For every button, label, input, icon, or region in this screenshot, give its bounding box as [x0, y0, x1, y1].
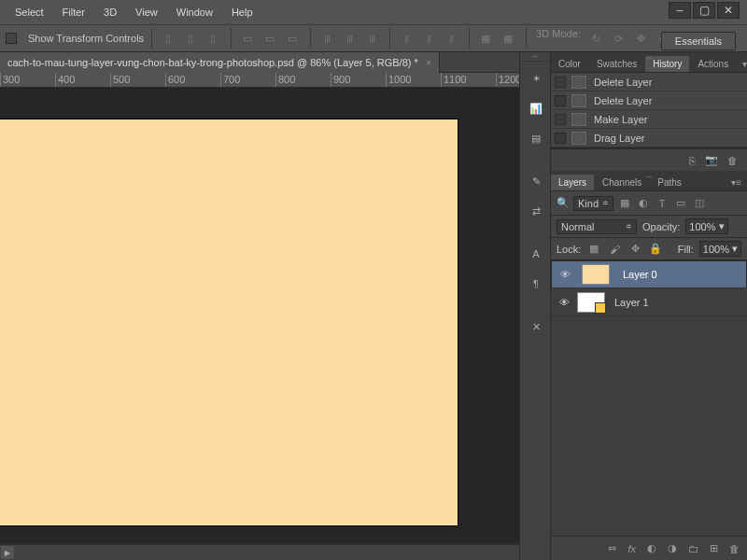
new-group-icon[interactable]: 🗀: [688, 543, 698, 554]
new-layer-icon[interactable]: ⊞: [710, 542, 718, 554]
scroll-right-arrow-icon[interactable]: ▶: [1, 546, 14, 559]
history-item[interactable]: Delete Layer: [551, 73, 747, 91]
distribute-v2-icon[interactable]: ⦀: [418, 28, 439, 49]
layer-row[interactable]: 👁 Layer 0: [551, 260, 747, 288]
layer-mask-icon[interactable]: ◐: [647, 542, 656, 554]
ruler-tick: 900: [333, 74, 350, 85]
document-tab-bar: cach-to-mau-tung-layer-vung-chon-bat-ky-…: [0, 52, 551, 73]
panel-menu-icon[interactable]: ▾≡: [726, 175, 747, 190]
auto-blend-icon[interactable]: ▦: [498, 28, 518, 49]
canvas[interactable]: [0, 119, 458, 525]
menu-help[interactable]: Help: [222, 3, 262, 21]
layer-thumbnail[interactable]: [577, 292, 605, 313]
distribute-v3-icon[interactable]: ⦀: [441, 28, 461, 49]
measure-icon[interactable]: ✕: [520, 314, 552, 340]
horizontal-scrollbar[interactable]: ▶: [0, 545, 551, 560]
brush-icon[interactable]: ✎: [520, 168, 552, 194]
align-hcenter-icon[interactable]: ▯: [180, 28, 201, 49]
layer-thumbnail[interactable]: [582, 264, 610, 285]
history-item[interactable]: Delete Layer: [551, 91, 747, 110]
history-item-label: Drag Layer: [594, 133, 644, 144]
distribute-v1-icon[interactable]: ⦀: [396, 28, 416, 49]
align-right-edges-icon[interactable]: ▯: [203, 28, 223, 49]
lock-transparent-icon[interactable]: ▩: [586, 242, 601, 257]
menu-filter[interactable]: Filter: [53, 3, 94, 21]
maximize-button[interactable]: ▢: [693, 2, 715, 19]
link-layers-icon[interactable]: ⇔: [608, 542, 616, 554]
new-document-from-state-icon[interactable]: ⎘: [689, 155, 696, 166]
3d-pan-icon[interactable]: ✥: [631, 28, 652, 49]
close-tab-icon[interactable]: ×: [426, 57, 431, 68]
target-icon[interactable]: ✶: [520, 65, 552, 91]
panel-grip-icon[interactable]: ┄: [646, 172, 653, 182]
filter-adjust-icon[interactable]: ◐: [636, 196, 651, 211]
3d-orbit-icon[interactable]: ↻: [586, 28, 607, 49]
search-icon[interactable]: 🔍: [557, 197, 570, 209]
layer-row[interactable]: 👁 Layer 1: [551, 288, 747, 316]
show-transform-checkbox[interactable]: [6, 33, 17, 44]
menu-3d[interactable]: 3D: [94, 3, 126, 21]
clone-source-icon[interactable]: ⇄: [520, 198, 552, 224]
auto-align-icon[interactable]: ▦: [475, 28, 496, 49]
filter-pixel-icon[interactable]: ▦: [617, 196, 632, 211]
blend-mode-dropdown[interactable]: Normal≑: [557, 219, 637, 234]
tab-channels[interactable]: Channels: [595, 175, 649, 190]
workspace: cach-to-mau-tung-layer-vung-chon-bat-ky-…: [0, 52, 551, 560]
history-step-icon: [571, 113, 586, 126]
filter-shape-icon[interactable]: ▭: [673, 196, 688, 211]
workspace-switcher[interactable]: Essentials: [661, 32, 736, 50]
ruler-tick: 1000: [388, 74, 411, 85]
align-vcenter-icon[interactable]: ▭: [260, 28, 280, 49]
layer-lock-bar: Lock: ▩ 🖌 ✥ 🔒 Fill: 100%▾: [551, 238, 747, 260]
new-snapshot-icon[interactable]: 📷: [705, 154, 718, 166]
menu-select[interactable]: Select: [6, 3, 53, 21]
layer-name[interactable]: Layer 0: [623, 269, 657, 280]
layers-list: 👁 Layer 0 👁 Layer 1: [551, 260, 747, 536]
histogram-icon[interactable]: 📊: [520, 95, 552, 121]
menu-window[interactable]: Window: [167, 3, 222, 21]
delete-layer-icon[interactable]: 🗑: [729, 543, 740, 554]
history-item-label: Make Layer: [594, 114, 647, 125]
fill-input[interactable]: 100%▾: [699, 241, 741, 257]
panel-menu-icon[interactable]: ▾≡: [737, 56, 747, 72]
canvas-area[interactable]: [0, 88, 551, 543]
distribute-h2-icon[interactable]: ⫼: [339, 28, 359, 49]
close-button[interactable]: ✕: [717, 2, 740, 19]
filter-type-icon[interactable]: T: [655, 196, 669, 211]
delete-state-icon[interactable]: 🗑: [727, 155, 738, 166]
history-item[interactable]: Make Layer: [551, 110, 747, 129]
visibility-eye-icon[interactable]: 👁: [557, 295, 571, 310]
ruler-tick: 600: [168, 74, 185, 85]
minimize-button[interactable]: –: [669, 2, 691, 19]
history-item[interactable]: Drag Layer: [551, 129, 747, 147]
lock-all-icon[interactable]: 🔒: [648, 242, 663, 257]
distribute-h3-icon[interactable]: ⫼: [361, 28, 382, 49]
layer-name[interactable]: Layer 1: [614, 297, 649, 308]
paragraph-icon[interactable]: ¶: [520, 271, 552, 297]
layer-style-icon[interactable]: fx: [627, 543, 636, 554]
lock-position-icon[interactable]: ✥: [627, 242, 642, 257]
filter-smart-icon[interactable]: ◫: [692, 196, 707, 211]
opacity-input[interactable]: 100%▾: [685, 218, 727, 234]
character-icon[interactable]: A: [520, 241, 552, 267]
adjustment-layer-icon[interactable]: ◑: [668, 542, 677, 554]
tab-actions[interactable]: Actions: [690, 56, 736, 72]
3d-roll-icon[interactable]: ⟳: [609, 28, 629, 49]
tab-paths[interactable]: Paths: [650, 175, 689, 190]
tab-swatches[interactable]: Swatches: [589, 56, 644, 72]
visibility-eye-icon[interactable]: 👁: [557, 267, 572, 282]
panel-grip-icon[interactable]: ┄: [646, 53, 653, 63]
align-bottom-icon[interactable]: ▭: [282, 28, 303, 49]
tab-layers[interactable]: Layers: [551, 175, 594, 190]
lock-pixels-icon[interactable]: 🖌: [607, 242, 622, 257]
document-tab[interactable]: cach-to-mau-tung-layer-vung-chon-bat-ky-…: [0, 52, 440, 73]
paragraph-styles-icon[interactable]: ▤: [520, 125, 552, 151]
menu-view[interactable]: View: [126, 3, 167, 21]
filter-kind-dropdown[interactable]: Kind≑: [573, 196, 613, 211]
ruler-tick: 1100: [444, 74, 466, 85]
align-left-edges-icon[interactable]: ▯: [158, 28, 178, 49]
distribute-h1-icon[interactable]: ⫼: [317, 28, 337, 49]
align-top-icon[interactable]: ▭: [237, 28, 258, 49]
tab-color[interactable]: Color: [551, 56, 588, 72]
dock-grip-icon[interactable]: ┄: [520, 52, 550, 62]
